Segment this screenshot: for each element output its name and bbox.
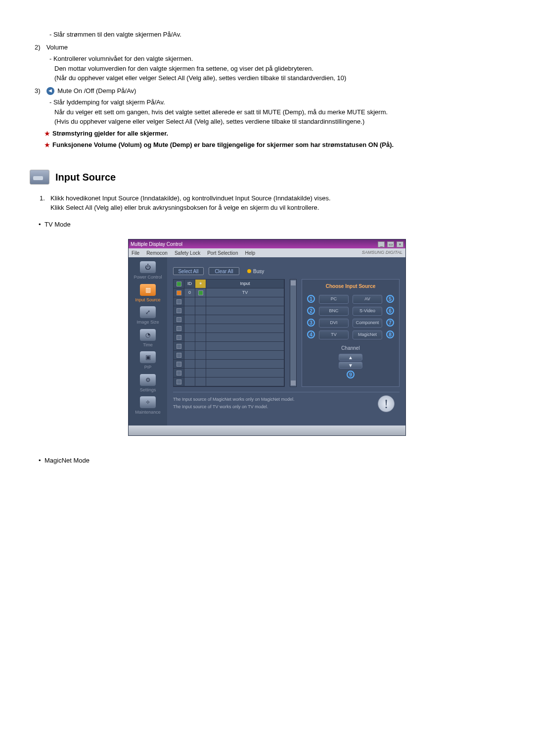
source-magicnet-button[interactable]: MagicNet: [353, 331, 382, 339]
callout-5: 5: [386, 295, 394, 303]
row-checkbox[interactable]: [177, 353, 181, 358]
menu-port-selection[interactable]: Port Selection: [207, 249, 238, 257]
busy-dot-icon: [247, 269, 251, 273]
clear-all-button[interactable]: Clear All: [209, 267, 239, 275]
row-checkbox[interactable]: [177, 308, 181, 313]
info-icon: !: [378, 395, 395, 412]
callout-1: 1: [307, 295, 315, 303]
row-checkbox[interactable]: [177, 299, 181, 304]
window-statusbar: [129, 425, 405, 435]
brand-label: SAMSUNG DIGITAL: [362, 249, 402, 256]
source-tv-button[interactable]: TV: [319, 331, 349, 339]
scroll-up-icon[interactable]: [291, 281, 296, 285]
select-all-button[interactable]: Select All: [173, 267, 204, 275]
row-checkbox[interactable]: [177, 362, 181, 367]
source-bnc-button[interactable]: BNC: [319, 307, 349, 316]
maintenance-icon: ✧: [140, 396, 156, 408]
row-checkbox[interactable]: [177, 379, 181, 384]
grid-head-check[interactable]: [174, 280, 184, 288]
row-checkbox[interactable]: [177, 290, 181, 295]
close-icon[interactable]: ×: [397, 241, 403, 247]
table-row[interactable]: [174, 324, 284, 333]
table-row[interactable]: [174, 351, 284, 360]
callout-2: 2: [307, 307, 315, 315]
callout-4: 4: [307, 331, 315, 338]
channel-up-button[interactable]: ▲: [339, 354, 362, 361]
settings-icon: ⚙: [140, 374, 156, 386]
mode-tv-label: TV Mode: [39, 220, 504, 230]
channel-label: Channel: [305, 344, 396, 352]
sidebar-item-power[interactable]: ⏻ Power Control: [131, 261, 165, 281]
table-row[interactable]: 0 TV: [174, 288, 284, 297]
row-checkbox[interactable]: [177, 371, 181, 376]
table-row[interactable]: [174, 342, 284, 351]
window-controls[interactable]: _ ▭ ×: [377, 240, 403, 248]
source-av-button[interactable]: AV: [353, 295, 382, 304]
source-svideo-button[interactable]: S-Video: [353, 307, 382, 316]
choose-title: Choose Input Source: [305, 283, 396, 290]
table-row[interactable]: [174, 369, 284, 378]
callout-7: 7: [386, 319, 394, 327]
item3-line2: Når du velger ett sett om gangen, hvis d…: [54, 107, 504, 117]
table-row[interactable]: [174, 378, 284, 386]
time-icon: ◔: [140, 329, 156, 341]
grid-head-input: Input: [206, 280, 284, 288]
menu-safety-lock[interactable]: Safety Lock: [175, 249, 200, 257]
row-checkbox[interactable]: [177, 335, 181, 340]
numlist-1-number: 1.: [40, 193, 45, 203]
item3-line1: - Slår lyddemping for valgt skjerm På/Av…: [49, 97, 504, 107]
numlist-1-text-b: Klikk Select All (Velg alle) eller bruk …: [50, 204, 319, 211]
numlist-1-text-a: Klikk hovedikonet Input Source (Inndatak…: [50, 194, 331, 202]
table-row[interactable]: [174, 297, 284, 306]
menu-file[interactable]: File: [132, 249, 139, 257]
app-screenshot: Multiple Display Control _ ▭ × File Remo…: [128, 239, 406, 436]
note-line-1: The Input source of MagicNet works only …: [173, 396, 295, 403]
grid-scrollbar[interactable]: [290, 279, 297, 387]
sidebar-item-time[interactable]: ◔ Time: [131, 329, 165, 349]
table-row[interactable]: [174, 306, 284, 315]
sidebar-item-input-source[interactable]: ▥ Input Source: [131, 284, 165, 304]
input-source-section-icon: [30, 170, 49, 185]
busy-indicator: Busy: [247, 268, 264, 275]
item2-line3: (Når du opphever valget eller velger Sel…: [54, 73, 504, 83]
row-status-icon: [198, 290, 203, 295]
row-checkbox[interactable]: [177, 344, 181, 349]
grid-head-status: ✶: [195, 280, 206, 288]
sidebar-item-maintenance[interactable]: ✧ Maintenance: [131, 396, 165, 416]
mute-icon: ◀: [46, 87, 54, 95]
item3-number: 3): [35, 86, 44, 96]
pip-icon: ▣: [140, 351, 156, 363]
scroll-down-icon[interactable]: [291, 380, 296, 385]
table-row[interactable]: [174, 333, 284, 342]
window-title: Multiple Display Control: [131, 240, 182, 248]
callout-9: 9: [347, 371, 355, 378]
image-size-icon: ⤢: [140, 306, 156, 318]
choose-input-panel: Choose Input Source 1 PC AV 5 2 BNC S-Vi…: [302, 279, 400, 387]
source-pc-button[interactable]: PC: [319, 295, 349, 304]
sidebar-item-settings[interactable]: ⚙ Settings: [131, 374, 165, 394]
screenshot-notes: The Input source of MagicNet works only …: [173, 392, 400, 412]
table-row[interactable]: [174, 315, 284, 324]
minimize-icon[interactable]: _: [378, 241, 385, 247]
row-checkbox[interactable]: [177, 326, 181, 331]
item2-number: 2): [35, 43, 44, 52]
restore-icon[interactable]: ▭: [387, 241, 394, 247]
menu-help[interactable]: Help: [245, 249, 255, 257]
channel-down-button[interactable]: ▼: [339, 362, 362, 369]
sidebar-item-image-size[interactable]: ⤢ Image Size: [131, 306, 165, 326]
power-icon: ⏻: [140, 261, 156, 273]
row-checkbox[interactable]: [177, 317, 181, 322]
item3-title: Mute On /Off (Demp På/Av): [57, 87, 136, 94]
source-dvi-button[interactable]: DVI: [319, 319, 349, 328]
item3-line3: (Hvis du opphever valgene eller velger S…: [54, 117, 504, 127]
table-row[interactable]: [174, 360, 284, 369]
sidebar-item-pip[interactable]: ▣ PIP: [131, 351, 165, 371]
mode-magicnet-label: MagicNet Mode: [39, 456, 504, 466]
input-source-icon: ▥: [140, 284, 156, 296]
note-line-2: The Input source of TV works only on TV …: [173, 404, 295, 411]
menu-remocon[interactable]: Remocon: [146, 249, 168, 257]
menubar: File Remocon Safety Lock Port Selection …: [129, 248, 405, 257]
source-component-button[interactable]: Component: [353, 319, 382, 328]
sidebar: ⏻ Power Control ▥ Input Source ⤢ Image S…: [129, 257, 167, 425]
window-titlebar: Multiple Display Control _ ▭ ×: [129, 239, 405, 248]
